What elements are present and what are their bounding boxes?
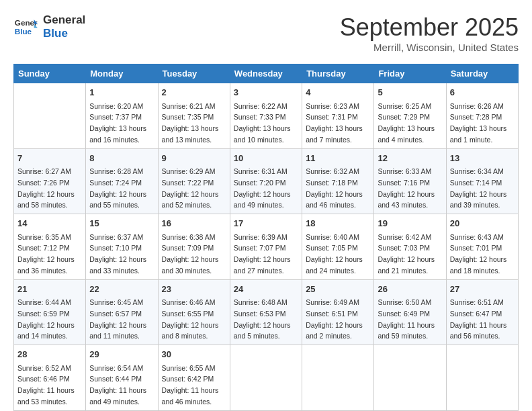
day-number: 20: [450, 217, 515, 230]
sunset-text: Sunset: 7:28 PM: [450, 113, 502, 121]
calendar-cell: [230, 345, 302, 411]
calendar-table: SundayMondayTuesdayWednesdayThursdayFrid…: [13, 64, 519, 411]
calendar-cell: 14 Sunrise: 6:35 AM Sunset: 7:12 PM Dayl…: [14, 214, 86, 280]
daylight-text: Daylight: 13 hours and 13 minutes.: [162, 124, 219, 144]
day-number: 28: [17, 348, 82, 361]
location: Merrill, Wisconsin, United States: [340, 42, 519, 53]
calendar-cell: 12 Sunrise: 6:33 AM Sunset: 7:16 PM Dayl…: [374, 148, 446, 214]
day-number: 9: [162, 152, 226, 165]
sunrise-text: Sunrise: 6:37 AM: [89, 233, 143, 241]
calendar-cell: 2 Sunrise: 6:21 AM Sunset: 7:35 PM Dayli…: [158, 83, 230, 149]
weekday-header-row: SundayMondayTuesdayWednesdayThursdayFrid…: [14, 64, 519, 83]
sunrise-text: Sunrise: 6:25 AM: [378, 102, 431, 110]
daylight-text: Daylight: 11 hours and 56 minutes.: [450, 321, 507, 340]
sunrise-text: Sunrise: 6:40 AM: [306, 233, 359, 241]
daylight-text: Daylight: 13 hours and 10 minutes.: [234, 124, 291, 144]
calendar-cell: 7 Sunrise: 6:27 AM Sunset: 7:26 PM Dayli…: [14, 148, 86, 214]
sunrise-text: Sunrise: 6:55 AM: [162, 364, 216, 372]
sunrise-text: Sunrise: 6:29 AM: [162, 167, 216, 175]
daylight-text: Daylight: 11 hours and 49 minutes.: [89, 386, 146, 406]
calendar-cell: 8 Sunrise: 6:28 AM Sunset: 7:24 PM Dayli…: [86, 148, 158, 214]
day-number: 29: [89, 348, 154, 361]
daylight-text: Daylight: 12 hours and 55 minutes.: [89, 190, 146, 210]
calendar-week-row: 28 Sunrise: 6:52 AM Sunset: 6:46 PM Dayl…: [14, 345, 519, 411]
day-number: 23: [162, 283, 226, 296]
daylight-text: Daylight: 12 hours and 30 minutes.: [162, 255, 219, 275]
daylight-text: Daylight: 11 hours and 59 minutes.: [378, 321, 435, 340]
weekday-header: Friday: [374, 64, 446, 83]
daylight-text: Daylight: 12 hours and 2 minutes.: [306, 321, 363, 340]
sunset-text: Sunset: 7:29 PM: [378, 113, 430, 121]
calendar-cell: 10 Sunrise: 6:31 AM Sunset: 7:20 PM Dayl…: [230, 148, 302, 214]
calendar-cell: 23 Sunrise: 6:46 AM Sunset: 6:55 PM Dayl…: [158, 279, 230, 345]
sunset-text: Sunset: 7:01 PM: [450, 244, 502, 252]
daylight-text: Daylight: 12 hours and 5 minutes.: [234, 321, 291, 340]
logo-icon: General Blue: [13, 15, 38, 39]
calendar-cell: 19 Sunrise: 6:42 AM Sunset: 7:03 PM Dayl…: [374, 214, 446, 280]
day-number: 16: [162, 217, 226, 230]
day-number: 17: [234, 217, 298, 230]
calendar-week-row: 14 Sunrise: 6:35 AM Sunset: 7:12 PM Dayl…: [14, 214, 519, 280]
logo: General Blue General Blue: [13, 13, 85, 41]
calendar-cell: 17 Sunrise: 6:39 AM Sunset: 7:07 PM Dayl…: [230, 214, 302, 280]
calendar-cell: 21 Sunrise: 6:44 AM Sunset: 6:59 PM Dayl…: [14, 279, 86, 345]
calendar-cell: 6 Sunrise: 6:26 AM Sunset: 7:28 PM Dayli…: [446, 83, 518, 149]
daylight-text: Daylight: 13 hours and 7 minutes.: [306, 124, 363, 144]
calendar-week-row: 7 Sunrise: 6:27 AM Sunset: 7:26 PM Dayli…: [14, 148, 519, 214]
svg-text:Blue: Blue: [15, 27, 32, 36]
sunset-text: Sunset: 6:53 PM: [234, 310, 286, 318]
sunset-text: Sunset: 7:14 PM: [450, 179, 502, 187]
daylight-text: Daylight: 12 hours and 27 minutes.: [234, 255, 291, 275]
calendar-cell: 3 Sunrise: 6:22 AM Sunset: 7:33 PM Dayli…: [230, 83, 302, 149]
sunset-text: Sunset: 6:47 PM: [450, 310, 502, 318]
sunset-text: Sunset: 6:49 PM: [378, 310, 430, 318]
daylight-text: Daylight: 12 hours and 49 minutes.: [234, 190, 291, 210]
daylight-text: Daylight: 13 hours and 1 minute.: [450, 124, 507, 144]
day-number: 12: [378, 152, 442, 165]
sunset-text: Sunset: 7:18 PM: [306, 179, 358, 187]
sunset-text: Sunset: 7:03 PM: [378, 244, 430, 252]
calendar-cell: 29 Sunrise: 6:54 AM Sunset: 6:44 PM Dayl…: [86, 345, 158, 411]
day-number: 21: [17, 283, 82, 296]
logo-general: General: [43, 13, 85, 27]
calendar-cell: 5 Sunrise: 6:25 AM Sunset: 7:29 PM Dayli…: [374, 83, 446, 149]
sunrise-text: Sunrise: 6:28 AM: [89, 167, 143, 175]
sunrise-text: Sunrise: 6:34 AM: [450, 167, 504, 175]
day-number: 19: [378, 217, 442, 230]
page-header: General Blue General Blue September 2025…: [13, 13, 519, 53]
sunrise-text: Sunrise: 6:32 AM: [306, 167, 359, 175]
sunrise-text: Sunrise: 6:27 AM: [17, 167, 71, 175]
sunrise-text: Sunrise: 6:20 AM: [89, 102, 143, 110]
daylight-text: Daylight: 12 hours and 52 minutes.: [162, 190, 219, 210]
day-number: 7: [17, 152, 82, 165]
daylight-text: Daylight: 12 hours and 24 minutes.: [306, 255, 363, 275]
calendar-cell: [446, 345, 518, 411]
sunset-text: Sunset: 6:59 PM: [17, 310, 70, 318]
sunrise-text: Sunrise: 6:48 AM: [234, 298, 287, 306]
calendar-cell: [374, 345, 446, 411]
day-number: 10: [234, 152, 298, 165]
calendar-cell: 26 Sunrise: 6:50 AM Sunset: 6:49 PM Dayl…: [374, 279, 446, 345]
daylight-text: Daylight: 12 hours and 8 minutes.: [162, 321, 219, 340]
day-number: 11: [306, 152, 370, 165]
sunrise-text: Sunrise: 6:49 AM: [306, 298, 359, 306]
sunrise-text: Sunrise: 6:22 AM: [234, 102, 287, 110]
calendar-cell: 15 Sunrise: 6:37 AM Sunset: 7:10 PM Dayl…: [86, 214, 158, 280]
sunset-text: Sunset: 7:20 PM: [234, 179, 286, 187]
day-number: 24: [234, 283, 298, 296]
day-number: 26: [378, 283, 442, 296]
weekday-header: Saturday: [446, 64, 518, 83]
daylight-text: Daylight: 13 hours and 4 minutes.: [378, 124, 435, 144]
sunrise-text: Sunrise: 6:44 AM: [17, 298, 71, 306]
weekday-header: Tuesday: [158, 64, 230, 83]
sunset-text: Sunset: 6:44 PM: [89, 375, 142, 383]
calendar-week-row: 21 Sunrise: 6:44 AM Sunset: 6:59 PM Dayl…: [14, 279, 519, 345]
day-number: 25: [306, 283, 370, 296]
sunset-text: Sunset: 6:57 PM: [89, 310, 142, 318]
day-number: 2: [162, 86, 226, 99]
sunset-text: Sunset: 7:22 PM: [162, 179, 214, 187]
calendar-cell: 4 Sunrise: 6:23 AM Sunset: 7:31 PM Dayli…: [302, 83, 374, 149]
logo-blue: Blue: [43, 27, 85, 40]
weekday-header: Sunday: [14, 64, 86, 83]
sunset-text: Sunset: 6:46 PM: [17, 375, 70, 383]
